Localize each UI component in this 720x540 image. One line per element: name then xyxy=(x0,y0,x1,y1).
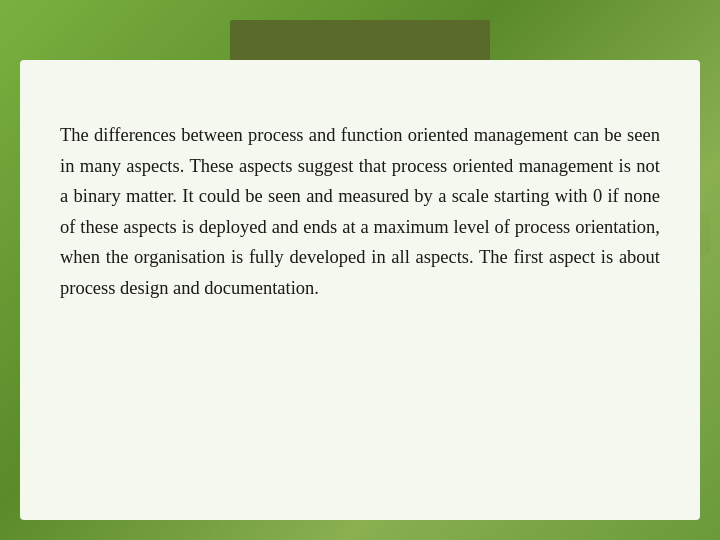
main-paragraph: The differences between process and func… xyxy=(60,120,660,303)
content-area: The differences between process and func… xyxy=(20,20,700,520)
white-content-box: The differences between process and func… xyxy=(20,60,700,520)
slide-container: The differences between process and func… xyxy=(0,0,720,540)
